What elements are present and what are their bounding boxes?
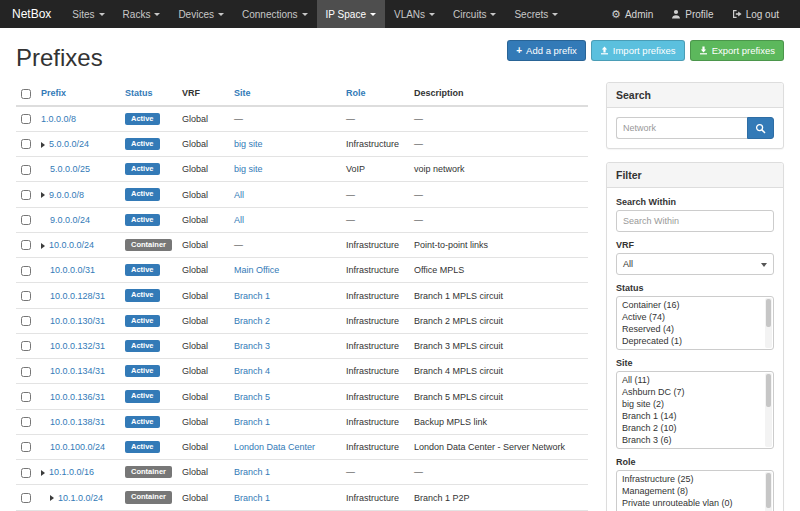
page-title: Prefixes bbox=[16, 44, 103, 72]
listbox-option[interactable]: Infrastructure (25) bbox=[617, 473, 773, 485]
prefix-link[interactable]: 1.0.0.0/8 bbox=[41, 114, 76, 124]
column-header-status-link[interactable]: Status bbox=[125, 88, 153, 98]
expand-arrow-icon[interactable] bbox=[50, 495, 54, 501]
row-checkbox[interactable] bbox=[21, 139, 31, 149]
prefix-link[interactable]: 9.0.0.0/8 bbox=[49, 190, 84, 200]
row-checkbox[interactable] bbox=[21, 367, 31, 377]
site-link[interactable]: Branch 3 bbox=[234, 341, 270, 351]
listbox-option[interactable]: Branch 2 (10) bbox=[617, 422, 773, 434]
prefix-link[interactable]: 10.0.0.134/31 bbox=[50, 366, 105, 376]
listbox-option[interactable]: Private unrouteable vlan (0) bbox=[617, 497, 773, 509]
row-checkbox[interactable] bbox=[21, 215, 31, 225]
status-listbox[interactable]: Container (16)Active (74)Reserved (4)Dep… bbox=[616, 296, 774, 350]
expand-arrow-icon[interactable] bbox=[41, 142, 45, 148]
expand-arrow-icon[interactable] bbox=[41, 243, 45, 249]
export-prefixes-button[interactable]: Export prefixes bbox=[690, 40, 784, 61]
listbox-option[interactable]: Active (74) bbox=[617, 311, 773, 323]
site-cell: All bbox=[229, 182, 341, 207]
site-link[interactable]: Branch 5 bbox=[234, 392, 270, 402]
brand-link[interactable]: NetBox bbox=[12, 0, 51, 28]
site-link[interactable]: All bbox=[234, 190, 244, 200]
site-listbox[interactable]: All (11)Ashburn DC (7)big site (2)Branch… bbox=[616, 371, 774, 449]
import-prefixes-button[interactable]: Import prefixes bbox=[591, 40, 685, 61]
prefix-link[interactable]: 10.0.0.0/24 bbox=[49, 240, 94, 250]
nav-item-admin[interactable]: ⚙Admin bbox=[602, 0, 662, 28]
row-checkbox[interactable] bbox=[21, 468, 31, 478]
search-button[interactable] bbox=[747, 117, 774, 139]
site-link[interactable]: Branch 1 bbox=[234, 417, 270, 427]
prefix-link[interactable]: 10.0.0.138/31 bbox=[50, 417, 105, 427]
prefix-link[interactable]: 5.0.0.0/24 bbox=[49, 139, 89, 149]
nav-item-connections[interactable]: Connections bbox=[233, 0, 317, 28]
row-checkbox[interactable] bbox=[21, 165, 31, 175]
site-link[interactable]: Branch 4 bbox=[234, 366, 270, 376]
row-checkbox[interactable] bbox=[21, 493, 31, 503]
row-checkbox[interactable] bbox=[21, 417, 31, 427]
prefix-link[interactable]: 10.1.0.0/16 bbox=[49, 467, 94, 477]
gear-icon: ⚙ bbox=[611, 9, 621, 20]
row-checkbox[interactable] bbox=[21, 240, 31, 250]
prefix-link[interactable]: 10.1.0.0/24 bbox=[58, 493, 103, 503]
prefix-link[interactable]: 10.0.0.132/31 bbox=[50, 341, 105, 351]
row-checkbox[interactable] bbox=[21, 316, 31, 326]
nav-item-sites[interactable]: Sites bbox=[63, 0, 113, 28]
site-link[interactable]: Main Office bbox=[234, 265, 279, 275]
prefix-link[interactable]: 10.0.0.0/31 bbox=[50, 265, 95, 275]
site-link[interactable]: Branch 2 bbox=[234, 316, 270, 326]
row-checkbox[interactable] bbox=[21, 114, 31, 124]
scrollbar-thumb[interactable] bbox=[766, 299, 771, 327]
expand-arrow-icon[interactable] bbox=[41, 192, 45, 198]
nav-item-racks[interactable]: Racks bbox=[114, 0, 170, 28]
nav-item-vlans[interactable]: VLANs bbox=[385, 0, 444, 28]
nav-item-circuits[interactable]: Circuits bbox=[444, 0, 505, 28]
nav-item-ip-space[interactable]: IP Space bbox=[317, 0, 385, 28]
scrollbar-thumb[interactable] bbox=[766, 374, 771, 407]
row-checkbox[interactable] bbox=[21, 392, 31, 402]
listbox-option[interactable]: Branch 4 (12) bbox=[617, 446, 773, 449]
listbox-option[interactable]: big site (2) bbox=[617, 398, 773, 410]
column-header-prefix-link[interactable]: Prefix bbox=[41, 88, 66, 98]
column-header-site-link[interactable]: Site bbox=[234, 88, 251, 98]
expand-arrow-icon[interactable] bbox=[41, 470, 45, 476]
row-checkbox[interactable] bbox=[21, 341, 31, 351]
select-all-checkbox[interactable] bbox=[21, 89, 31, 99]
navbar-right-menu: ⚙AdminProfileLog out bbox=[602, 0, 788, 28]
prefix-link[interactable]: 5.0.0.0/25 bbox=[50, 164, 90, 174]
listbox-option[interactable]: Container (16) bbox=[617, 299, 773, 311]
prefix-link[interactable]: 10.0.0.128/31 bbox=[50, 291, 105, 301]
listbox-option[interactable]: Reserved (4) bbox=[617, 323, 773, 335]
listbox-option[interactable]: Ashburn DC (7) bbox=[617, 386, 773, 398]
row-checkbox[interactable] bbox=[21, 442, 31, 452]
listbox-option[interactable]: Branch 1 (14) bbox=[617, 410, 773, 422]
site-link[interactable]: Branch 1 bbox=[234, 493, 270, 503]
listbox-option[interactable]: All (11) bbox=[617, 374, 773, 386]
nav-item-secrets[interactable]: Secrets bbox=[505, 0, 567, 28]
site-link[interactable]: big site bbox=[234, 164, 263, 174]
add-a-prefix-button[interactable]: +Add a prefix bbox=[507, 40, 586, 61]
scrollbar-thumb[interactable] bbox=[766, 473, 771, 508]
site-link[interactable]: Branch 1 bbox=[234, 467, 270, 477]
listbox-option[interactable]: Deprecated (1) bbox=[617, 335, 773, 347]
column-header-role-link[interactable]: Role bbox=[346, 88, 366, 98]
nav-item-log-out[interactable]: Log out bbox=[723, 0, 788, 28]
prefix-link[interactable]: 9.0.0.0/24 bbox=[50, 215, 90, 225]
search-within-input[interactable] bbox=[616, 210, 774, 232]
site-link[interactable]: All bbox=[234, 215, 244, 225]
nav-item-profile[interactable]: Profile bbox=[662, 0, 722, 28]
prefix-link[interactable]: 10.0.0.130/31 bbox=[50, 316, 105, 326]
prefix-link[interactable]: 10.0.100.0/24 bbox=[50, 442, 105, 452]
row-checkbox[interactable] bbox=[21, 190, 31, 200]
role-listbox[interactable]: Infrastructure (25)Management (8)Private… bbox=[616, 470, 774, 511]
search-input[interactable] bbox=[616, 117, 747, 139]
role-cell: Infrastructure bbox=[341, 258, 409, 283]
listbox-option[interactable]: Branch 3 (6) bbox=[617, 434, 773, 446]
row-checkbox[interactable] bbox=[21, 291, 31, 301]
nav-item-devices[interactable]: Devices bbox=[169, 0, 233, 28]
site-link[interactable]: big site bbox=[234, 139, 263, 149]
vrf-select[interactable]: All bbox=[616, 253, 774, 275]
prefix-link[interactable]: 10.0.0.136/31 bbox=[50, 392, 105, 402]
site-link[interactable]: London Data Center bbox=[234, 442, 315, 452]
listbox-option[interactable]: Management (8) bbox=[617, 485, 773, 497]
row-checkbox[interactable] bbox=[21, 266, 31, 276]
site-link[interactable]: Branch 1 bbox=[234, 291, 270, 301]
